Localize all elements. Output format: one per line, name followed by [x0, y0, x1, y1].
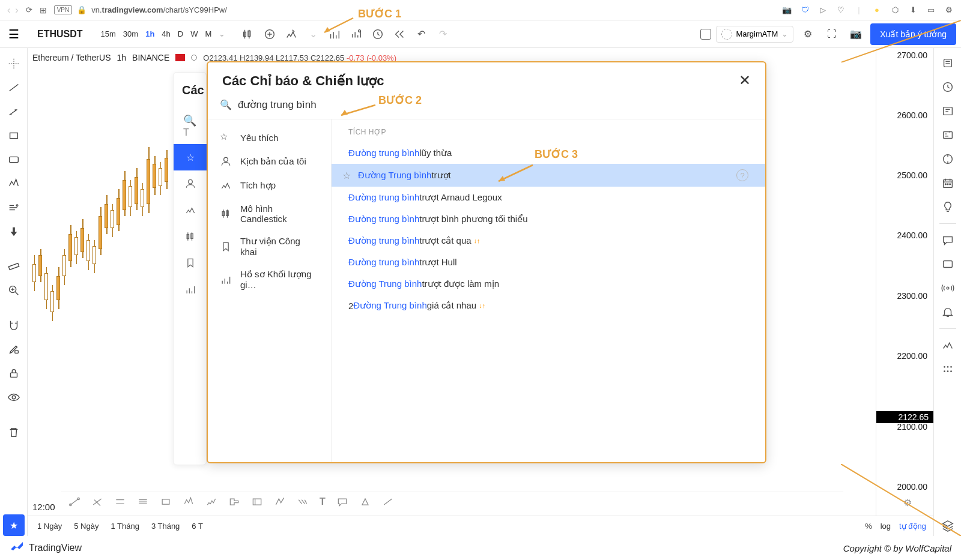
tf-15m[interactable]: 15m [101, 29, 116, 38]
crosshair-icon[interactable] [3, 53, 25, 74]
peek-chart-icon[interactable] [174, 197, 207, 223]
indicators-icon[interactable] [282, 25, 301, 44]
peek-vol-icon[interactable] [174, 276, 207, 303]
dtool-13[interactable] [359, 496, 371, 508]
range-3m[interactable]: 3 Tháng [151, 522, 180, 531]
settings-icon[interactable]: ⚙ [944, 5, 954, 15]
tech-icon[interactable] [937, 335, 959, 355]
help-icon[interactable]: ? [736, 169, 748, 181]
price-axis[interactable]: 2700.00 2600.00 2500.00 2400.00 2300.00 … [876, 48, 933, 516]
dtool-3[interactable] [114, 496, 126, 508]
shapes-icon[interactable] [3, 125, 25, 146]
tf-4h[interactable]: 4h [162, 29, 170, 38]
tf-d[interactable]: D [178, 29, 183, 38]
cat-volume[interactable]: Hồ sơ Khối lượng gi… [208, 263, 331, 296]
url-text[interactable]: vn.tradingview.com/chart/sYC99HPw/ [91, 5, 227, 14]
circle-icon[interactable]: ● [872, 5, 882, 15]
calendar-icon[interactable] [937, 173, 959, 193]
pip-icon[interactable]: ▭ [926, 5, 936, 15]
dtool-8[interactable] [228, 496, 240, 508]
range-1d[interactable]: 1 Ngày [37, 522, 62, 531]
arrow-icon[interactable] [3, 221, 25, 242]
bell-icon[interactable] [937, 302, 959, 322]
zoomin-icon[interactable] [3, 280, 25, 301]
cat-candles[interactable]: Mô hình Candlestick [208, 197, 331, 230]
pattern-icon[interactable] [3, 173, 25, 194]
ideas-icon[interactable] [937, 197, 959, 217]
dtool-4[interactable] [137, 496, 149, 508]
forward-icon[interactable]: › [15, 5, 18, 16]
reload-icon[interactable]: ⟳ [26, 5, 32, 14]
fib-icon[interactable] [3, 101, 25, 122]
dtool-12[interactable] [336, 496, 348, 508]
peek-star-icon[interactable]: ☆ [174, 144, 207, 170]
private-chat-icon[interactable] [937, 254, 959, 274]
peek-user-icon[interactable] [174, 170, 207, 197]
tf-m[interactable]: M [205, 29, 211, 38]
chat-icon[interactable] [937, 230, 959, 250]
account-chip[interactable]: MargimATM ⌄ [716, 26, 793, 43]
alerts-icon[interactable] [937, 77, 959, 97]
text-icon[interactable] [3, 149, 25, 170]
apps-icon[interactable]: ⊞ [40, 5, 47, 15]
tf-w[interactable]: W [190, 29, 198, 38]
symbol-name[interactable]: ETHUSDT [28, 29, 92, 40]
range-1m[interactable]: 1 Tháng [111, 522, 139, 531]
result-item[interactable]: 2 Đường Trung bình giá cắt nhau↓↑ [332, 295, 765, 316]
dtool-7[interactable] [205, 496, 217, 508]
dtool-2[interactable] [91, 496, 103, 508]
dtool-text[interactable]: T [320, 496, 326, 507]
dtool-5[interactable] [160, 496, 172, 508]
cube-icon[interactable]: ⬡ [890, 5, 900, 15]
dtool-10[interactable] [274, 496, 286, 508]
chevron-down-icon[interactable]: ⌄ [219, 29, 225, 38]
peek-candle-icon[interactable] [174, 223, 207, 250]
forecast-icon[interactable] [3, 197, 25, 218]
send-icon[interactable]: ▷ [818, 5, 828, 15]
back-icon[interactable]: ‹ [7, 5, 10, 16]
search-input[interactable] [238, 98, 753, 110]
candles-icon[interactable] [238, 25, 258, 44]
news-icon[interactable] [937, 101, 959, 121]
magnet-icon[interactable] [3, 315, 25, 336]
result-item-selected[interactable]: Đường Trung bình trượt? [332, 164, 765, 187]
gear-icon[interactable]: ⚙ [798, 25, 817, 44]
menu-icon[interactable]: ☰ [0, 20, 28, 48]
fullscreen-icon[interactable]: ⛶ [822, 25, 841, 44]
dtool-9[interactable] [251, 496, 263, 508]
cat-favorites[interactable]: ☆Yêu thích [208, 125, 331, 149]
result-item[interactable]: Đường Trung bình trượt được làm mịn [332, 273, 765, 295]
cat-builtin[interactable]: Tích hợp [208, 173, 331, 197]
dtool-11[interactable] [297, 496, 309, 508]
trash-icon[interactable] [3, 421, 25, 443]
cat-myscripts[interactable]: Kịch bản của tôi [208, 149, 331, 173]
ruler-icon[interactable] [3, 256, 25, 277]
dtool-14[interactable] [382, 496, 394, 508]
pen-lock-icon[interactable] [3, 339, 25, 360]
dtool-6[interactable] [183, 496, 195, 508]
dtool-1[interactable] [68, 496, 80, 508]
checkbox-icon[interactable] [700, 29, 711, 40]
lock-icon[interactable] [3, 363, 25, 384]
download-icon[interactable]: ⬇ [908, 5, 918, 15]
undo-icon[interactable]: ↶ [411, 25, 431, 44]
close-icon[interactable]: ✕ [739, 73, 751, 88]
dots-icon[interactable] [937, 359, 959, 379]
dom-icon[interactable] [937, 149, 959, 169]
favorites-star-icon[interactable]: ★ [3, 514, 25, 536]
tf-30m[interactable]: 30m [123, 29, 138, 38]
result-item[interactable]: Đường trung bình trượt Hull [332, 251, 765, 273]
peek-bookmark-icon[interactable] [174, 250, 207, 276]
cat-public[interactable]: Thư viện Công khai [208, 230, 331, 263]
eye-icon[interactable] [3, 387, 25, 408]
trendline-icon[interactable] [3, 77, 25, 98]
hotlist-icon[interactable] [937, 125, 959, 145]
replay-icon[interactable] [368, 25, 387, 44]
rewind-icon[interactable] [390, 25, 409, 44]
result-item[interactable]: Đường trung bình trượt cắt qua↓↑ [332, 230, 765, 251]
result-item[interactable]: Đường trung bình trượt Arnaud Legoux [332, 187, 765, 208]
heart-icon[interactable]: ♡ [836, 5, 846, 15]
stream-icon[interactable] [937, 278, 959, 298]
result-item[interactable]: Đường trung bình trượt bình phương tối t… [332, 208, 765, 230]
compare-icon[interactable] [260, 25, 279, 44]
